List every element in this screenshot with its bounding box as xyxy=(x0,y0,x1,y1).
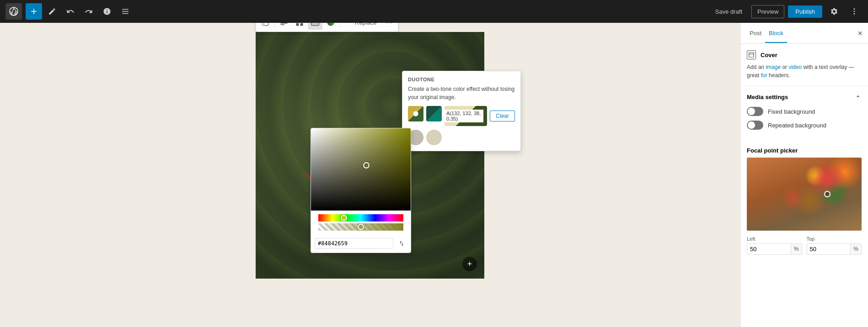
top-bar-right: Save draft Preview Publish xyxy=(710,3,863,20)
more-options-button[interactable] xyxy=(846,3,863,20)
alpha-slider[interactable] xyxy=(318,223,403,231)
tab-block[interactable]: Block xyxy=(765,24,787,43)
focal-point-section: Focal point picker Left % Top % xyxy=(740,141,868,261)
focal-left-label: Left xyxy=(747,236,802,242)
repeated-background-label: Repeated background xyxy=(768,122,826,129)
top-bar: Save draft Preview Publish xyxy=(0,0,868,23)
hue-thumb xyxy=(341,215,347,221)
main-content: Replace + DUOTONE Create a two-tone colo… xyxy=(0,23,868,327)
swap-icon xyxy=(398,240,405,247)
duotone-presets-row1: A(132, 132, 38, 0.35) Clear xyxy=(408,106,515,126)
color-gradient-cursor xyxy=(363,162,370,169)
duotone-clear-button[interactable]: Clear xyxy=(490,111,515,121)
toggle-knob-fixed xyxy=(748,108,755,115)
grid-view-button[interactable] xyxy=(292,23,307,30)
hex-input[interactable] xyxy=(315,238,393,249)
focal-point-title: Focal point picker xyxy=(747,147,862,154)
replace-icon xyxy=(346,23,353,26)
svg-rect-14 xyxy=(281,24,284,25)
save-draft-button[interactable]: Save draft xyxy=(710,5,748,18)
toolbar-divider-2 xyxy=(340,23,340,28)
menu-button[interactable] xyxy=(117,3,134,20)
duotone-preset-large: A(132, 132, 38, 0.35) xyxy=(445,106,487,126)
focal-left-group: Left % xyxy=(747,236,802,255)
focal-top-unit: % xyxy=(850,244,861,254)
grid-icon xyxy=(295,23,304,27)
media-settings-title: Media settings xyxy=(747,94,788,100)
media-settings-header: Media settings xyxy=(747,93,862,101)
fixed-background-row: Fixed background xyxy=(747,107,862,116)
add-block-button[interactable] xyxy=(26,3,42,20)
fixed-background-label: Fixed background xyxy=(768,108,815,115)
cover-description: Add an image or video with a text overla… xyxy=(747,63,862,79)
video-link[interactable]: video xyxy=(788,64,802,70)
cover-section-title: Cover xyxy=(761,52,777,58)
neutral-swatches xyxy=(408,130,515,145)
toolbar-divider-1 xyxy=(274,23,275,28)
focal-point-dot xyxy=(824,191,830,197)
preview-button[interactable]: Preview xyxy=(751,5,784,18)
hue-slider[interactable] xyxy=(318,214,403,222)
color-picker-bottom xyxy=(311,238,411,253)
fixed-background-toggle[interactable] xyxy=(747,107,763,116)
align-left-button[interactable] xyxy=(277,23,291,30)
focal-top-input[interactable] xyxy=(807,244,851,254)
duotone-swatch-large[interactable]: A(132, 132, 38, 0.35) xyxy=(445,106,487,126)
duotone-icon xyxy=(326,23,335,27)
duotone-preset-2[interactable] xyxy=(426,106,442,121)
redo-button[interactable] xyxy=(80,3,97,20)
neutral-swatch-2[interactable] xyxy=(426,130,442,145)
color-format-toggle[interactable] xyxy=(396,238,407,249)
cover-section-header: Cover xyxy=(747,50,862,59)
rgba-label: A(132, 132, 38, 0.35) xyxy=(445,110,483,122)
focal-left-input[interactable] xyxy=(747,244,791,254)
color-gradient-area[interactable] xyxy=(311,128,411,211)
gear-icon xyxy=(830,7,838,16)
settings-button[interactable] xyxy=(826,3,842,20)
right-panel: Post Block × Cover Add an image or video… xyxy=(740,23,868,327)
edit-tools-button[interactable] xyxy=(44,3,60,20)
tab-post[interactable]: Post xyxy=(746,24,765,43)
undo-button[interactable] xyxy=(62,3,79,20)
block-toolbar: Replace xyxy=(256,23,398,32)
top-bar-tools xyxy=(26,3,134,20)
wp-logo xyxy=(5,3,22,20)
repeated-background-toggle[interactable] xyxy=(747,121,763,130)
block-sidebar-toggle[interactable] xyxy=(258,23,273,30)
repeated-background-row: Repeated background xyxy=(747,121,862,130)
focal-left-unit: % xyxy=(791,244,802,254)
panel-close-button[interactable]: × xyxy=(857,29,863,37)
focal-point-image[interactable] xyxy=(747,158,862,231)
fullwidth-icon xyxy=(311,23,320,27)
toggle-knob-repeated xyxy=(748,121,755,129)
svg-rect-10 xyxy=(262,23,264,26)
publish-button[interactable]: Publish xyxy=(788,5,822,18)
info-button[interactable] xyxy=(99,3,115,20)
duotone-popup: DUOTONE Create a two-tone color effect w… xyxy=(402,71,521,151)
image-link[interactable]: image xyxy=(766,64,781,70)
duotone-title: DUOTONE xyxy=(408,77,515,82)
fullwidth-button[interactable] xyxy=(308,23,322,30)
media-settings-collapse[interactable] xyxy=(854,93,862,101)
cover-section: Cover Add an image or video with a text … xyxy=(740,44,868,86)
cover-add-content-button[interactable]: + xyxy=(462,257,477,271)
sidebar-icon xyxy=(261,23,270,27)
undo-icon xyxy=(66,7,75,16)
cover-block-wrapper: Replace + DUOTONE Create a two-tone colo… xyxy=(256,32,484,279)
redo-icon xyxy=(85,7,93,16)
for-link[interactable]: for xyxy=(761,72,767,79)
cover-icon xyxy=(747,50,756,59)
focal-left-wrap: % xyxy=(747,243,802,255)
block-more-options[interactable] xyxy=(381,23,396,30)
duotone-preset-1[interactable] xyxy=(408,106,423,121)
swatch-indicator xyxy=(455,113,460,119)
svg-rect-2 xyxy=(31,11,37,12)
svg-rect-3 xyxy=(122,9,129,10)
svg-point-8 xyxy=(854,13,855,15)
duotone-button[interactable] xyxy=(323,23,338,30)
panel-tabs: Post Block × xyxy=(740,23,868,44)
wordpress-icon xyxy=(9,7,18,16)
align-left-icon xyxy=(279,23,289,27)
replace-button[interactable]: Replace xyxy=(342,23,380,28)
cover-block-icon xyxy=(748,52,755,58)
